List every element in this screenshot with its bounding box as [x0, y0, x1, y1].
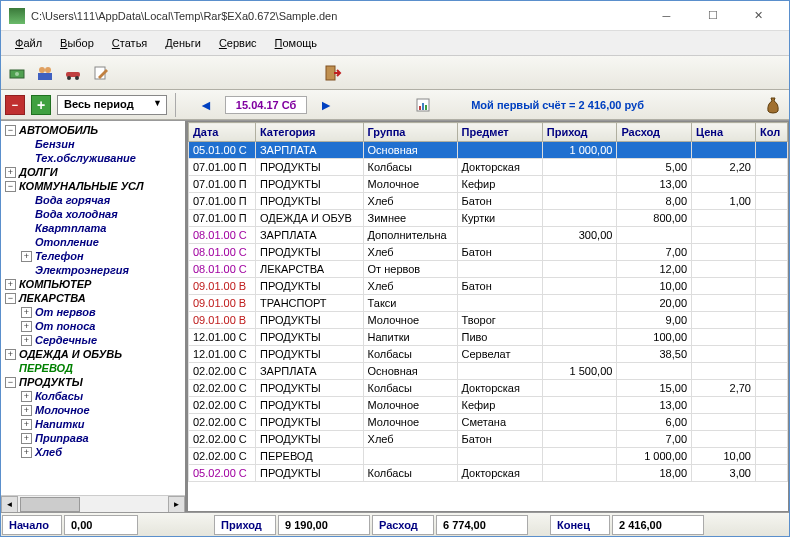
table-row[interactable]: 08.01.00 СЗАРПЛАТАДополнительна300,00: [189, 227, 788, 244]
tree-item[interactable]: +Молочное: [3, 403, 183, 417]
tree-expand-icon[interactable]: +: [21, 251, 32, 262]
table-row[interactable]: 02.02.00 СПЕРЕВОД1 000,0010,00: [189, 448, 788, 465]
money-icon[interactable]: [5, 61, 29, 85]
column-header[interactable]: Дата: [189, 123, 256, 142]
table-row[interactable]: 07.01.00 ППРОДУКТЫХлебБатон8,001,00: [189, 193, 788, 210]
table-row[interactable]: 07.01.00 ПОДЕЖДА И ОБУВЗимнееКуртки800,0…: [189, 210, 788, 227]
next-date-button[interactable]: ►: [313, 97, 339, 113]
tree-item[interactable]: Вода холодная: [3, 207, 183, 221]
menu-помощь[interactable]: Помощь: [267, 35, 326, 51]
column-header[interactable]: Предмет: [457, 123, 542, 142]
menu-статья[interactable]: Статья: [104, 35, 155, 51]
table-row[interactable]: 12.01.00 СПРОДУКТЫНапиткиПиво100,00: [189, 329, 788, 346]
table-row[interactable]: 02.02.00 СПРОДУКТЫМолочноеКефир13,00: [189, 397, 788, 414]
tree-item[interactable]: +Сердечные: [3, 333, 183, 347]
scroll-left-button[interactable]: ◄: [1, 496, 18, 513]
tree-expand-icon[interactable]: +: [21, 447, 32, 458]
table-row[interactable]: 09.01.00 ВТРАНСПОРТТакси20,00: [189, 295, 788, 312]
tree-item[interactable]: +ДОЛГИ: [3, 165, 183, 179]
tree-expand-icon[interactable]: +: [5, 279, 16, 290]
menu-деньги[interactable]: Деньги: [157, 35, 209, 51]
menu-выбор[interactable]: Выбор: [52, 35, 102, 51]
tree-item[interactable]: −АВТОМОБИЛЬ: [3, 123, 183, 137]
tree-expand-icon[interactable]: +: [21, 391, 32, 402]
tree-item[interactable]: +ОДЕЖДА И ОБУВЬ: [3, 347, 183, 361]
cell-qty: [755, 142, 787, 159]
tree-expand-icon[interactable]: +: [21, 335, 32, 346]
status-start-label: Начало: [9, 519, 49, 531]
column-header[interactable]: Группа: [363, 123, 457, 142]
tree-item[interactable]: ПЕРЕВОД: [3, 361, 183, 375]
maximize-button[interactable]: ☐: [690, 4, 735, 28]
remove-button[interactable]: −: [5, 95, 25, 115]
minimize-button[interactable]: ─: [644, 4, 689, 28]
edit-icon[interactable]: [89, 61, 113, 85]
column-header[interactable]: Категория: [255, 123, 363, 142]
tree-item[interactable]: +Напитки: [3, 417, 183, 431]
tree-expand-icon[interactable]: −: [5, 181, 16, 192]
tree-item[interactable]: Электроэнергия: [3, 263, 183, 277]
tree-item[interactable]: +От поноса: [3, 319, 183, 333]
table-row[interactable]: 08.01.00 СПРОДУКТЫХлебБатон7,00: [189, 244, 788, 261]
tree-item[interactable]: +Хлеб: [3, 445, 183, 459]
table-row[interactable]: 05.02.00 СПРОДУКТЫКолбасыДокторская18,00…: [189, 465, 788, 482]
tree-item[interactable]: +Телефон: [3, 249, 183, 263]
table-row[interactable]: 02.02.00 СПРОДУКТЫХлебБатон7,00: [189, 431, 788, 448]
people-icon[interactable]: [33, 61, 57, 85]
scroll-right-button[interactable]: ►: [168, 496, 185, 513]
tree-item[interactable]: Тех.обслуживание: [3, 151, 183, 165]
category-tree[interactable]: −АВТОМОБИЛЬБензинТех.обслуживание+ДОЛГИ−…: [1, 121, 185, 495]
tree-item[interactable]: Бензин: [3, 137, 183, 151]
table-row[interactable]: 09.01.00 ВПРОДУКТЫХлебБатон10,00: [189, 278, 788, 295]
exit-icon[interactable]: [321, 61, 345, 85]
add-button[interactable]: +: [31, 95, 51, 115]
tree-item[interactable]: −ЛЕКАРСТВА: [3, 291, 183, 305]
scroll-thumb[interactable]: [20, 497, 80, 512]
svg-point-2: [39, 67, 45, 73]
tree-expand-icon[interactable]: −: [5, 293, 16, 304]
tree-expand-icon[interactable]: +: [21, 405, 32, 416]
table-row[interactable]: 08.01.00 СЛЕКАРСТВАОт нервов12,00: [189, 261, 788, 278]
tree-expand-icon[interactable]: +: [5, 167, 16, 178]
transactions-grid[interactable]: ДатаКатегорияГруппаПредметПриходРасходЦе…: [187, 121, 789, 512]
table-row[interactable]: 12.01.00 СПРОДУКТЫКолбасыСервелат38,50: [189, 346, 788, 363]
tree-item[interactable]: −ПРОДУКТЫ: [3, 375, 183, 389]
tree-item[interactable]: +КОМПЬЮТЕР: [3, 277, 183, 291]
prev-date-button[interactable]: ◄: [193, 97, 219, 113]
column-header[interactable]: Расход: [617, 123, 692, 142]
table-row[interactable]: 02.02.00 СПРОДУКТЫКолбасыДокторская15,00…: [189, 380, 788, 397]
table-row[interactable]: 02.02.00 СПРОДУКТЫМолочноеСметана6,00: [189, 414, 788, 431]
close-button[interactable]: ✕: [736, 4, 781, 28]
tree-item[interactable]: +От нервов: [3, 305, 183, 319]
tree-expand-icon[interactable]: +: [21, 433, 32, 444]
column-header[interactable]: Кол: [755, 123, 787, 142]
tree-expand-icon[interactable]: +: [21, 419, 32, 430]
column-header[interactable]: Цена: [692, 123, 756, 142]
tree-expand-icon[interactable]: −: [5, 377, 16, 388]
tree-expand-icon[interactable]: −: [5, 125, 16, 136]
menu-файл[interactable]: Файл: [7, 35, 50, 51]
tree-expand-icon[interactable]: +: [21, 307, 32, 318]
report-icon[interactable]: [411, 93, 435, 117]
date-display[interactable]: 15.04.17 Сб: [225, 96, 307, 114]
table-row[interactable]: 09.01.00 ВПРОДУКТЫМолочноеТворог9,00: [189, 312, 788, 329]
sidebar-scrollbar[interactable]: ◄ ►: [1, 495, 185, 512]
tree-item[interactable]: +Приправа: [3, 431, 183, 445]
period-select[interactable]: Весь период: [57, 95, 167, 115]
cell-price: [692, 278, 756, 295]
menu-сервис[interactable]: Сервис: [211, 35, 265, 51]
tree-item[interactable]: −КОММУНАЛЬНЫЕ УСЛ: [3, 179, 183, 193]
table-row[interactable]: 07.01.00 ППРОДУКТЫКолбасыДокторская5,002…: [189, 159, 788, 176]
tree-item[interactable]: +Колбасы: [3, 389, 183, 403]
table-row[interactable]: 07.01.00 ППРОДУКТЫМолочноеКефир13,00: [189, 176, 788, 193]
cell-qty: [755, 210, 787, 227]
column-header[interactable]: Приход: [542, 123, 617, 142]
table-row[interactable]: 05.01.00 СЗАРПЛАТАОсновная1 000,00: [189, 142, 788, 159]
tree-item[interactable]: Квартплата: [3, 221, 183, 235]
tree-expand-icon[interactable]: +: [5, 349, 16, 360]
tree-expand-icon[interactable]: +: [21, 321, 32, 332]
car-icon[interactable]: [61, 61, 85, 85]
tree-item[interactable]: Отопление: [3, 235, 183, 249]
table-row[interactable]: 02.02.00 СЗАРПЛАТАОсновная1 500,00: [189, 363, 788, 380]
tree-item[interactable]: Вода горячая: [3, 193, 183, 207]
